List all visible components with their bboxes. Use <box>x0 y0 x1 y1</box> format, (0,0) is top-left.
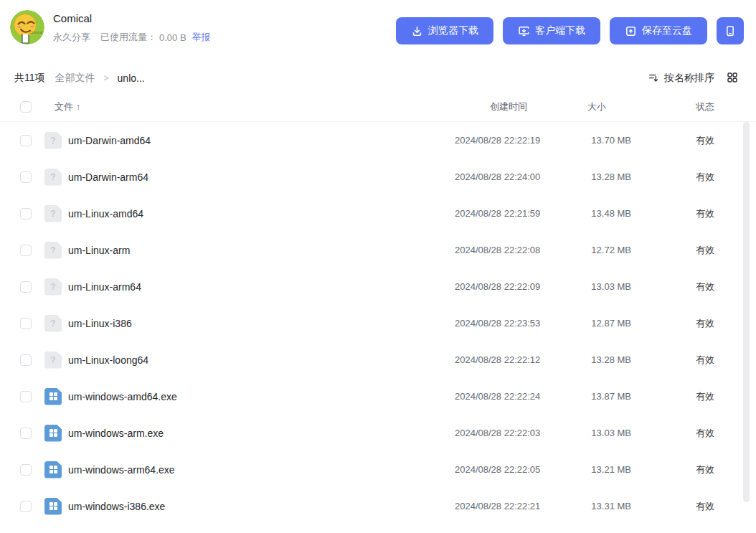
file-size: 12.87 MB <box>562 318 631 329</box>
row-checkbox[interactable] <box>20 318 32 329</box>
table-row[interactable]: ? um-Linux-amd64 2024/08/28 22:21:59 13.… <box>0 195 756 232</box>
windows-file-icon: ? <box>44 425 62 442</box>
file-name[interactable]: um-Darwin-amd64 <box>68 135 455 146</box>
sort-icon <box>648 72 659 85</box>
row-checkbox[interactable] <box>20 245 32 256</box>
table-row[interactable]: ? um-Linux-arm64 2024/08/28 22:22:09 13.… <box>0 268 756 305</box>
share-title: Comical <box>53 12 211 24</box>
file-created: 2024/08/28 22:22:09 <box>455 281 562 292</box>
file-created: 2024/08/28 22:22:21 <box>455 501 562 511</box>
header-actions: 浏览器下载 客户端下载 保存至云盘 <box>396 17 744 44</box>
row-checkbox[interactable] <box>20 464 32 476</box>
file-size: 13.03 MB <box>562 281 631 292</box>
unknown-file-icon: ? <box>44 205 62 222</box>
save-to-cloud-label: 保存至云盘 <box>642 24 692 37</box>
row-checkbox[interactable] <box>20 428 32 439</box>
browser-download-label: 浏览器下载 <box>428 24 478 37</box>
table-row[interactable]: ? um-Linux-loong64 2024/08/28 22:22:12 1… <box>0 341 756 378</box>
file-size: 13.28 MB <box>562 171 631 182</box>
scrollbar-thumb[interactable] <box>743 122 750 502</box>
row-checkbox[interactable] <box>20 501 32 512</box>
row-checkbox[interactable] <box>20 208 32 220</box>
row-checkbox[interactable] <box>20 354 32 366</box>
mobile-app-button[interactable] <box>717 17 744 44</box>
file-status: 有效 <box>666 390 745 403</box>
file-status: 有效 <box>666 317 745 330</box>
svg-text:Comical: Comical <box>29 30 42 34</box>
file-size: 13.03 MB <box>562 428 631 438</box>
file-status: 有效 <box>666 280 745 293</box>
table-header: 文件 ↑ 创建时间 大小 状态 <box>0 92 756 122</box>
table-row[interactable]: ? um-Linux-arm 2024/08/28 22:22:08 12.72… <box>0 232 756 268</box>
table-row[interactable]: ? um-windows-i386.exe 2024/08/28 22:22:2… <box>0 488 756 524</box>
sort-label: 按名称排序 <box>664 72 714 85</box>
unknown-file-icon: ? <box>44 352 62 369</box>
column-created: 创建时间 <box>455 100 562 113</box>
file-status: 有效 <box>666 500 745 513</box>
row-checkbox[interactable] <box>20 281 32 293</box>
file-name[interactable]: um-Linux-loong64 <box>68 354 455 366</box>
file-created: 2024/08/28 22:22:03 <box>455 428 562 438</box>
file-name[interactable]: um-Linux-amd64 <box>68 208 455 220</box>
breadcrumb-current: unlo... <box>118 72 145 84</box>
select-all-checkbox[interactable] <box>20 101 32 113</box>
browser-download-button[interactable]: 浏览器下载 <box>396 17 493 44</box>
table-row[interactable]: ? um-windows-arm.exe 2024/08/28 22:22:03… <box>0 415 756 451</box>
share-type-label: 永久分享 <box>53 31 90 44</box>
share-meta: Comical 永久分享 已使用流量： 0.00 B 举报 <box>53 11 211 44</box>
client-download-label: 客户端下载 <box>535 24 585 37</box>
file-size: 13.28 MB <box>562 354 631 365</box>
traffic-value: 0.00 B <box>159 32 186 43</box>
total-count: 共11项 <box>14 72 45 85</box>
file-created: 2024/08/28 22:22:19 <box>455 135 562 146</box>
row-checkbox[interactable] <box>20 171 32 183</box>
table-row[interactable]: ? um-windows-arm64.exe 2024/08/28 22:22:… <box>0 451 756 488</box>
unknown-file-icon: ? <box>44 169 62 186</box>
file-name[interactable]: um-Linux-arm64 <box>68 281 455 293</box>
row-checkbox[interactable] <box>20 391 32 402</box>
save-to-cloud-button[interactable]: 保存至云盘 <box>610 17 707 44</box>
sort-button[interactable]: 按名称排序 <box>648 72 714 85</box>
breadcrumb-all-files[interactable]: 全部文件 <box>55 72 95 85</box>
file-size: 13.70 MB <box>562 135 631 146</box>
file-size: 13.87 MB <box>562 391 631 402</box>
file-name[interactable]: um-windows-i386.exe <box>68 501 455 512</box>
file-name[interactable]: um-Linux-arm <box>68 245 455 256</box>
table-row[interactable]: ? um-Darwin-amd64 2024/08/28 22:22:19 13… <box>0 122 756 159</box>
file-status: 有效 <box>666 207 745 220</box>
table-row[interactable]: ? um-Linux-i386 2024/08/28 22:23:53 12.8… <box>0 305 756 341</box>
row-checkbox[interactable] <box>20 135 32 146</box>
file-name[interactable]: um-windows-arm64.exe <box>68 464 455 476</box>
mobile-icon <box>724 24 737 37</box>
column-file[interactable]: 文件 ↑ <box>55 100 455 113</box>
client-download-button[interactable]: 客户端下载 <box>503 17 600 44</box>
file-list: ? um-Darwin-amd64 2024/08/28 22:22:19 13… <box>0 122 756 524</box>
file-status: 有效 <box>666 463 745 476</box>
sort-asc-icon: ↑ <box>76 101 81 112</box>
file-name[interactable]: um-windows-arm.exe <box>68 428 455 439</box>
save-to-cloud-icon <box>625 25 637 37</box>
file-created: 2024/08/28 22:24:00 <box>455 171 562 182</box>
file-size: 13.48 MB <box>562 208 631 219</box>
file-name[interactable]: um-Linux-i386 <box>68 318 455 329</box>
client-download-icon <box>518 25 530 37</box>
file-created: 2024/08/28 22:21:59 <box>455 208 562 219</box>
file-created: 2024/08/28 22:22:05 <box>455 464 562 475</box>
file-name[interactable]: um-Darwin-arm64 <box>68 171 455 183</box>
column-size: 大小 <box>562 100 631 113</box>
table-row[interactable]: ? um-windows-amd64.exe 2024/08/28 22:22:… <box>0 378 756 415</box>
file-status: 有效 <box>666 171 745 184</box>
share-owner: Comical Comical 永久分享 已使用流量： 0.00 B 举报 <box>10 10 211 44</box>
file-status: 有效 <box>666 354 745 367</box>
grid-view-icon <box>726 71 739 86</box>
grid-view-button[interactable] <box>726 71 739 86</box>
file-name[interactable]: um-windows-amd64.exe <box>68 391 455 402</box>
avatar: Comical <box>10 10 44 44</box>
download-icon <box>411 25 423 37</box>
breadcrumb-separator: > <box>104 73 109 83</box>
unknown-file-icon: ? <box>44 315 62 332</box>
file-created: 2024/08/28 22:22:08 <box>455 245 562 255</box>
file-size: 12.72 MB <box>562 245 631 255</box>
table-row[interactable]: ? um-Darwin-arm64 2024/08/28 22:24:00 13… <box>0 159 756 195</box>
report-link[interactable]: 举报 <box>192 31 211 44</box>
